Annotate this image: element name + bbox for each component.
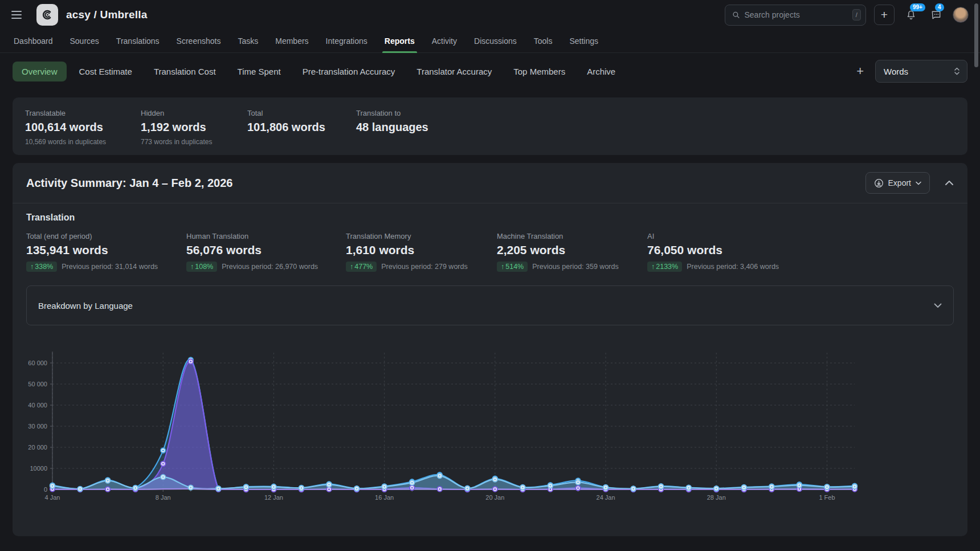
main-nav-tab-tools[interactable]: Tools (534, 30, 553, 52)
stat-hidden: Hidden1,192 words773 words in duplicates (141, 109, 247, 146)
main-nav-tab-discussions[interactable]: Discussions (474, 30, 517, 52)
svg-text:12 Jan: 12 Jan (264, 494, 283, 501)
metric-label: Human Translation (186, 232, 346, 240)
user-avatar[interactable] (953, 7, 969, 23)
metric-human-translation: Human Translation56,076 words↑108%Previo… (186, 232, 346, 272)
trend-percent: 514% (505, 263, 524, 271)
report-tab-translation-cost[interactable]: Translation Cost (145, 62, 225, 81)
activity-summary-card: Activity Summary: Jan 4 – Feb 2, 2026 Ex… (13, 163, 967, 536)
main-nav-tab-activity[interactable]: Activity (432, 30, 457, 52)
main-nav-tab-sources[interactable]: Sources (70, 30, 99, 52)
topbar: acsy / Umbrella / + 99+ 4 (0, 0, 980, 30)
report-tab-cost-estimate[interactable]: Cost Estimate (70, 62, 141, 81)
svg-text:28 Jan: 28 Jan (707, 494, 726, 501)
stat-total: Total101,806 words (247, 109, 356, 146)
trend-percent: 2133% (656, 263, 678, 271)
report-tab-pre-translation-accuracy[interactable]: Pre-translation Accuracy (293, 62, 405, 81)
stat-label: Translatable (25, 109, 141, 117)
trend-badge: ↑338% (26, 262, 57, 272)
previous-period-text: Previous period: 359 words (532, 263, 618, 271)
project-logo[interactable] (36, 4, 58, 26)
svg-text:8 Jan: 8 Jan (156, 494, 171, 501)
export-button[interactable]: Export (865, 172, 930, 194)
svg-text:30 000: 30 000 (28, 423, 47, 430)
metric-total-end-of-period: Total (end of period)135,941 words↑338%P… (26, 232, 186, 272)
previous-period-text: Previous period: 3,406 words (687, 263, 779, 271)
notifications-badge: 99+ (910, 3, 925, 11)
select-arrows-icon (954, 67, 960, 76)
report-tab-time-spent[interactable]: Time Spent (228, 62, 290, 81)
report-tab-top-members[interactable]: Top Members (504, 62, 574, 81)
add-report-button[interactable]: + (848, 65, 872, 77)
main-nav-tab-screenshots[interactable]: Screenshots (177, 30, 221, 52)
metric-change-row: ↑477%Previous period: 279 words (346, 262, 497, 272)
metric-change-row: ↑108%Previous period: 26,970 words (186, 262, 346, 272)
stat-value: 100,614 words (25, 121, 141, 134)
trend-percent: 338% (35, 263, 53, 271)
collapse-section-button[interactable] (945, 180, 954, 186)
main-nav-tab-settings[interactable]: Settings (569, 30, 598, 52)
metric-value: 56,076 words (186, 243, 346, 257)
trend-up-icon: ↑ (501, 263, 504, 271)
trend-badge: ↑108% (186, 262, 217, 272)
logo-glyph-icon (40, 8, 54, 22)
main-nav-tab-integrations[interactable]: Integrations (326, 30, 368, 52)
page-scrollbar[interactable] (974, 3, 978, 67)
report-tabs-bar: OverviewCost EstimateTranslation CostTim… (0, 53, 980, 89)
previous-period-text: Previous period: 279 words (381, 263, 467, 271)
metric-value: 2,205 words (497, 243, 647, 257)
report-tab-translator-accuracy[interactable]: Translator Accuracy (407, 62, 501, 81)
main-nav-tab-tasks[interactable]: Tasks (238, 30, 258, 52)
main-nav: DashboardSourcesTranslationsScreenshotsT… (0, 30, 980, 53)
svg-text:60 000: 60 000 (28, 360, 47, 366)
previous-period-text: Previous period: 31,014 words (62, 263, 158, 271)
search-shortcut-key: / (852, 9, 861, 21)
svg-text:40 000: 40 000 (28, 402, 47, 409)
main-nav-tab-dashboard[interactable]: Dashboard (14, 30, 53, 52)
create-project-button[interactable]: + (874, 5, 895, 25)
metric-label: Total (end of period) (26, 232, 186, 240)
svg-text:16 Jan: 16 Jan (375, 494, 394, 501)
activity-summary-title: Activity Summary: Jan 4 – Feb 2, 2026 (26, 177, 232, 190)
trend-badge: ↑477% (346, 262, 377, 272)
notifications-button[interactable]: 99+ (903, 6, 920, 23)
search-box[interactable]: / (725, 5, 866, 26)
trend-up-icon: ↑ (651, 263, 655, 271)
trend-up-icon: ↑ (30, 263, 34, 271)
svg-text:4 Jan: 4 Jan (45, 494, 60, 501)
stat-label: Total (247, 109, 356, 117)
metric-machine-translation: Machine Translation2,205 words↑514%Previ… (497, 232, 647, 272)
project-title: acsy / Umbrella (66, 9, 147, 21)
activity-chart: 01000020 00030 00040 00050 00060 0004 Ja… (13, 340, 967, 513)
metric-label: Machine Translation (497, 232, 647, 240)
summary-stats-card: Translatable100,614 words10,569 words in… (13, 97, 967, 155)
stat-translatable: Translatable100,614 words10,569 words in… (25, 109, 141, 146)
svg-text:1 Feb: 1 Feb (819, 494, 835, 501)
stat-translation-to: Translation to48 languages (356, 109, 955, 146)
metric-label: AI (647, 232, 954, 240)
search-input[interactable] (745, 10, 848, 19)
metric-value: 1,610 words (346, 243, 497, 257)
unit-select[interactable]: Words (875, 60, 967, 83)
chevron-up-icon (945, 180, 954, 186)
stat-value: 48 languages (356, 121, 955, 134)
metric-ai: AI76,050 words↑2133%Previous period: 3,4… (647, 232, 954, 272)
main-nav-tab-members[interactable]: Members (275, 30, 308, 52)
report-tab-overview[interactable]: Overview (13, 62, 67, 81)
report-tab-archive[interactable]: Archive (578, 62, 624, 81)
messages-badge: 4 (935, 3, 944, 11)
stat-subtext: 773 words in duplicates (141, 138, 247, 146)
hamburger-menu-icon[interactable] (11, 7, 26, 22)
messages-button[interactable]: 4 (928, 6, 945, 23)
download-icon (874, 178, 884, 188)
export-button-label: Export (888, 178, 911, 187)
translation-section-title: Translation (26, 213, 954, 223)
unit-select-value: Words (884, 67, 908, 76)
stat-label: Translation to (356, 109, 955, 117)
main-nav-tab-translations[interactable]: Translations (116, 30, 160, 52)
main-nav-tab-reports[interactable]: Reports (385, 30, 415, 52)
chevron-down-icon (934, 303, 942, 308)
metric-value: 76,050 words (647, 243, 954, 257)
stat-subtext: 10,569 words in duplicates (25, 138, 141, 146)
breakdown-by-language-toggle[interactable]: Breakdown by Language (26, 285, 954, 325)
